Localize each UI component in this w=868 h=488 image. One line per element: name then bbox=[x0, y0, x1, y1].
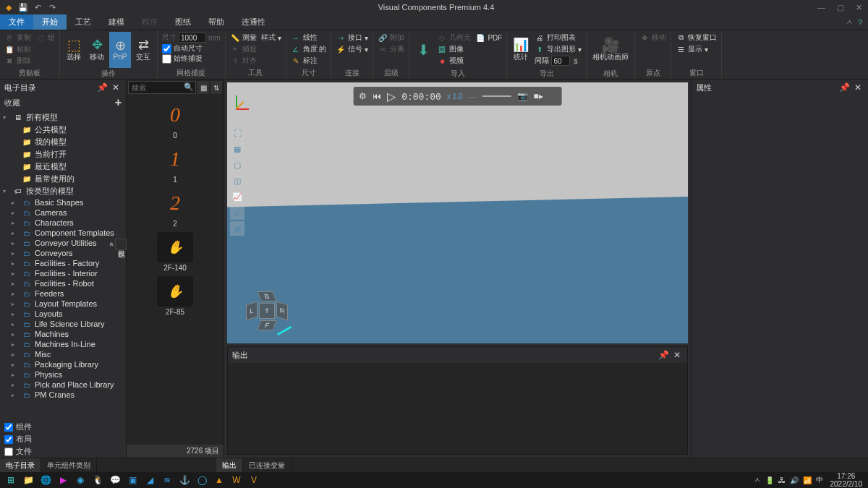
measure-vp-icon[interactable]: ∠ bbox=[230, 205, 244, 220]
cube-handle[interactable] bbox=[277, 326, 292, 336]
volume-icon[interactable]: 🔊 bbox=[790, 476, 799, 484]
wifi-icon[interactable]: 📶 bbox=[803, 476, 812, 484]
interfaces-button[interactable]: ⇢接口 ▾ bbox=[334, 32, 370, 43]
app-icon-4[interactable]: ◯ bbox=[194, 474, 210, 487]
playback-speed[interactable]: x 1.0 bbox=[447, 93, 463, 100]
vc-taskbar-icon[interactable]: V bbox=[246, 474, 262, 487]
search-icon[interactable]: 🔍 bbox=[184, 82, 194, 92]
skip-start-icon[interactable]: ⏮ bbox=[373, 91, 381, 101]
vm-icon[interactable]: ▣ bbox=[124, 474, 140, 487]
snapshot-icon[interactable]: 📷 bbox=[517, 91, 528, 101]
group-button[interactable]: ⬚组 bbox=[34, 32, 56, 43]
measure-button[interactable]: 📏测量 bbox=[229, 32, 258, 43]
interact-button[interactable]: ⇄交互 bbox=[132, 32, 154, 68]
import-pdf-button[interactable]: 📄PDF bbox=[474, 32, 503, 43]
tree-node[interactable]: ▸🗀Basic Shapes bbox=[0, 197, 126, 207]
snap-button[interactable]: ⌖捕捉 bbox=[229, 43, 258, 55]
btab-connected-vars[interactable]: 已连接变量 bbox=[243, 458, 292, 472]
help-icon[interactable]: ? bbox=[858, 18, 862, 27]
tree-node[interactable]: ▸🗀PM Cranes bbox=[0, 390, 126, 400]
undo-icon[interactable]: ↶ bbox=[32, 1, 43, 13]
import-geometry-button[interactable]: ⬇ bbox=[412, 32, 434, 68]
network-icon[interactable]: 🖧 bbox=[778, 476, 786, 484]
always-snap-checkbox[interactable]: 始终捕捉 bbox=[161, 53, 222, 64]
import-video-button[interactable]: ■视频 bbox=[435, 55, 472, 67]
close-props-icon[interactable]: ✕ bbox=[852, 82, 864, 93]
align-button[interactable]: ⫴对齐 bbox=[229, 55, 258, 67]
tree-node[interactable]: 📁公共模型 bbox=[0, 124, 126, 136]
tree-node[interactable]: ▸🗀Component Templates bbox=[0, 228, 126, 238]
interval-input[interactable] bbox=[551, 56, 570, 66]
tab-modeling[interactable]: 建模 bbox=[100, 14, 133, 30]
filter-layouts[interactable]: 布局 bbox=[0, 433, 126, 445]
tree-node[interactable]: 📁最近模型 bbox=[0, 160, 126, 173]
start-button[interactable]: ⊞ bbox=[3, 474, 19, 487]
tree-node[interactable]: 📁当前打开 bbox=[0, 148, 126, 160]
qq-icon[interactable]: 🐧 bbox=[90, 474, 106, 487]
viewport-3d[interactable]: ⚙ ⏮ ▷ 0:00:00 x 1.0 — 📷 ■▸ ✧ ⛶ ▦ ▢ ◫ 📈 ∠… bbox=[227, 82, 688, 343]
tree-node[interactable]: ▸🗀Packaging Library bbox=[0, 359, 126, 369]
auto-size-checkbox[interactable]: 自动尺寸 bbox=[161, 43, 222, 53]
system-clock[interactable]: 17:262022/2/10 bbox=[827, 472, 866, 488]
style-button[interactable]: 样式 ▾ bbox=[260, 32, 283, 43]
tab-connectivity[interactable]: 连通性 bbox=[233, 14, 274, 30]
tree-node[interactable]: ▸🗀Pick and Place Library bbox=[0, 380, 126, 390]
battery-icon[interactable]: 🔋 bbox=[765, 476, 774, 484]
sort-icon[interactable]: ⇅ bbox=[210, 81, 222, 94]
stats-button[interactable]: 📊统计 bbox=[510, 32, 532, 68]
chrome-icon[interactable]: 🌐 bbox=[38, 474, 54, 487]
app-icon-1[interactable]: ▶ bbox=[55, 474, 71, 487]
collapse-sidebar-button[interactable]: 收起« bbox=[115, 239, 127, 250]
add-collection-icon[interactable]: + bbox=[115, 96, 122, 109]
move-origin-button[interactable]: ✥移动 bbox=[638, 32, 668, 43]
minimize-button[interactable]: — bbox=[814, 3, 828, 12]
tree-node[interactable]: ▸🗀Facilities - Interior bbox=[0, 268, 126, 278]
app-icon-3[interactable]: ⚓ bbox=[176, 474, 192, 487]
vscode-icon[interactable]: ≋ bbox=[159, 474, 175, 487]
btab-output[interactable]: 输出 bbox=[216, 458, 243, 472]
tree-node[interactable]: ▸🗀Conveyor Utilities bbox=[0, 238, 126, 248]
tree-node[interactable]: ▸🗀Misc bbox=[0, 349, 126, 359]
wireshark-icon[interactable]: ◢ bbox=[142, 474, 158, 487]
tree-node[interactable]: ▸🗀Feeders bbox=[0, 288, 126, 299]
restore-windows-button[interactable]: ⧉恢复窗口 bbox=[674, 32, 718, 43]
filter-files[interactable]: 文件 bbox=[0, 445, 126, 458]
export-image-button[interactable]: ⬆导出图形 ▾ bbox=[533, 43, 583, 55]
tree-node[interactable]: ▾🏷按类型的模型 bbox=[0, 185, 126, 197]
tab-home[interactable]: 开始 bbox=[33, 14, 67, 30]
signals-button[interactable]: ⚡信号 ▾ bbox=[334, 43, 370, 55]
btab-catalog[interactable]: 电子目录 bbox=[0, 458, 41, 472]
close-button[interactable]: ✕ bbox=[853, 3, 865, 12]
pin-output-icon[interactable]: 📌 bbox=[656, 350, 671, 360]
tree-node[interactable]: ▸🗀Layouts bbox=[0, 309, 126, 319]
collapse-ribbon-icon[interactable]: ㅅ bbox=[846, 17, 854, 27]
ime-indicator[interactable]: 中 bbox=[816, 475, 823, 485]
camera-animator-button[interactable]: 🎥相机动画师 bbox=[590, 32, 631, 68]
angle-button[interactable]: ∠角度 的 bbox=[289, 43, 328, 55]
play-icon[interactable]: ▷ bbox=[387, 90, 396, 103]
tree-node[interactable]: ▸🗀Machines In-Line bbox=[0, 339, 126, 349]
explorer-icon[interactable]: 📁 bbox=[20, 474, 36, 487]
save-icon[interactable]: 💾 bbox=[17, 1, 29, 13]
tree-node[interactable]: ▸🗀Machines bbox=[0, 329, 126, 339]
catalog-item[interactable]: ✋2F-85 bbox=[157, 276, 193, 316]
pin-icon[interactable]: 📌 bbox=[95, 82, 110, 93]
print-chart-button[interactable]: 🖨打印图表 bbox=[533, 32, 583, 43]
tab-help[interactable]: 帮助 bbox=[200, 14, 233, 30]
paste-button[interactable]: 📋粘贴 bbox=[3, 43, 33, 55]
tree-node[interactable]: ▾🖥所有模型 bbox=[0, 111, 126, 124]
wechat-icon[interactable]: 💬 bbox=[107, 474, 123, 487]
tree-node[interactable]: 📁最常使用的 bbox=[0, 173, 126, 185]
app-icon-5[interactable]: W bbox=[229, 474, 244, 487]
tab-drawing[interactable]: 图纸 bbox=[166, 14, 200, 30]
grid-view-icon[interactable]: ▦ bbox=[197, 81, 209, 94]
fit-icon[interactable]: ⛶ bbox=[230, 126, 244, 140]
pin-props-icon[interactable]: 📌 bbox=[837, 82, 852, 93]
cube-icon[interactable]: ▣ bbox=[230, 221, 244, 236]
linear-button[interactable]: ↔线性 bbox=[289, 32, 328, 43]
delete-button[interactable]: ✖删除 bbox=[3, 55, 33, 67]
tray-expand-icon[interactable]: ㅅ bbox=[754, 475, 761, 485]
tab-file[interactable]: 文件 bbox=[0, 14, 33, 30]
btab-cell-types[interactable]: 单元组件类别 bbox=[41, 458, 97, 472]
tree-node[interactable]: ▸🗀Life Science Library bbox=[0, 319, 126, 329]
